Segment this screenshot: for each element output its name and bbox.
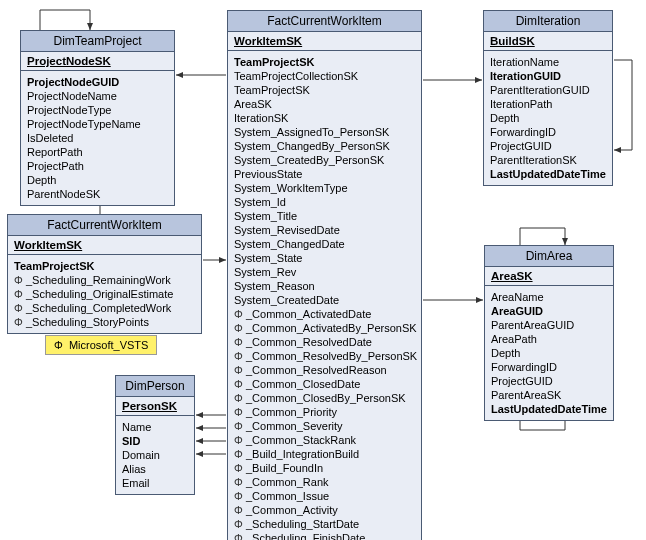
field: System_ChangedDate — [234, 237, 415, 251]
field-name: System_RevisedDate — [234, 224, 340, 236]
field: Alias — [122, 462, 188, 476]
field-name: ParentIterationGUID — [490, 84, 590, 96]
field: Φ_Common_Activity — [234, 503, 415, 517]
field-name: Email — [122, 477, 150, 489]
field-name: Depth — [491, 347, 520, 359]
entity-title: DimTeamProject — [21, 31, 174, 52]
field: Depth — [490, 111, 606, 125]
field: Φ_Common_ActivatedBy_PersonSK — [234, 321, 415, 335]
field-name: System_CreatedBy_PersonSK — [234, 154, 384, 166]
legend-phi: Φ Microsoft_VSTS — [45, 335, 157, 355]
field: ProjectNodeGUID — [27, 75, 168, 89]
phi-icon: Φ — [234, 503, 246, 517]
entity-title: DimPerson — [116, 376, 194, 397]
field: System_Rev — [234, 265, 415, 279]
field-name: ProjectNodeGUID — [27, 76, 119, 88]
field-name: Domain — [122, 449, 160, 461]
field-name: Alias — [122, 463, 146, 475]
field: System_CreatedDate — [234, 293, 415, 307]
field: AreaGUID — [491, 304, 607, 318]
field-name: ParentIterationSK — [490, 154, 577, 166]
field-name: _Common_ResolvedBy_PersonSK — [246, 350, 417, 362]
field: Depth — [27, 173, 168, 187]
field: TeamProjectSK — [14, 259, 195, 273]
field: ProjectNodeName — [27, 89, 168, 103]
field: SID — [122, 434, 188, 448]
entity-dim-iteration: DimIteration BuildSK IterationNameIterat… — [483, 10, 613, 186]
entity-fields: TeamProjectSK Φ_Scheduling_RemainingWork… — [8, 255, 201, 333]
field: ProjectGUID — [490, 139, 606, 153]
phi-icon: Φ — [14, 273, 26, 287]
field-name: TeamProjectCollectionSK — [234, 70, 358, 82]
field-name: ForwardingID — [491, 361, 557, 373]
field-name: _Scheduling_FinishDate — [246, 532, 365, 540]
field: ProjectGUID — [491, 374, 607, 388]
field-name: IterationName — [490, 56, 559, 68]
field-name: _Scheduling_StoryPoints — [26, 316, 149, 328]
field: ForwardingID — [490, 125, 606, 139]
entity-dim-area: DimArea AreaSK AreaNameAreaGUIDParentAre… — [484, 245, 614, 421]
field-name: ParentAreaSK — [491, 389, 561, 401]
entity-dim-team-project: DimTeamProject ProjectNodeSK ProjectNode… — [20, 30, 175, 206]
field-name: _Scheduling_StartDate — [246, 518, 359, 530]
phi-icon: Φ — [234, 391, 246, 405]
phi-icon: Φ — [14, 287, 26, 301]
field-name: System_WorkItemType — [234, 182, 348, 194]
entity-fact-current-workitem-large: FactCurrentWorkItem WorkItemSK TeamProje… — [227, 10, 422, 540]
field-name: System_Title — [234, 210, 297, 222]
field-name: IterationSK — [234, 112, 288, 124]
field: IterationSK — [234, 111, 415, 125]
field-name: _Scheduling_OriginalEstimate — [26, 288, 173, 300]
entity-pk: ProjectNodeSK — [21, 52, 174, 71]
field: System_RevisedDate — [234, 223, 415, 237]
field: System_ChangedBy_PersonSK — [234, 139, 415, 153]
field-name: _Common_ResolvedReason — [246, 364, 387, 376]
entity-fields: TeamProjectSK TeamProjectCollectionSKTea… — [228, 51, 421, 540]
field-name: IterationGUID — [490, 70, 561, 82]
field-name: System_Reason — [234, 280, 315, 292]
field-name: Depth — [27, 174, 56, 186]
phi-icon: Φ — [234, 419, 246, 433]
field: LastUpdatedDateTime — [490, 167, 606, 181]
field-name: LastUpdatedDateTime — [490, 168, 606, 180]
field: ProjectNodeTypeName — [27, 117, 168, 131]
field-name: SID — [122, 435, 140, 447]
field: Φ_Common_Issue — [234, 489, 415, 503]
field: Φ_Common_Priority — [234, 405, 415, 419]
field-name: AreaSK — [234, 98, 272, 110]
phi-icon: Φ — [234, 461, 246, 475]
field: Φ_Common_ClosedBy_PersonSK — [234, 391, 415, 405]
field: Φ_Common_ResolvedReason — [234, 363, 415, 377]
entity-fields: NameSIDDomainAliasEmail — [116, 416, 194, 494]
field: Φ_Scheduling_StoryPoints — [14, 315, 195, 329]
field-name: _Build_IntegrationBuild — [246, 448, 359, 460]
field-name: Name — [122, 421, 151, 433]
entity-fields: ProjectNodeGUIDProjectNodeNameProjectNod… — [21, 71, 174, 205]
field-name: TeamProjectSK — [234, 84, 310, 96]
phi-icon: Φ — [234, 531, 246, 540]
field: Φ_Build_FoundIn — [234, 461, 415, 475]
field: ProjectNodeType — [27, 103, 168, 117]
entity-title: DimIteration — [484, 11, 612, 32]
field-name: ProjectGUID — [491, 375, 553, 387]
field-name: AreaName — [491, 291, 544, 303]
phi-icon: Φ — [234, 489, 246, 503]
entity-pk: WorkItemSK — [8, 236, 201, 255]
field-name: System_Rev — [234, 266, 296, 278]
field: Φ_Common_Rank — [234, 475, 415, 489]
field-name: System_State — [234, 252, 302, 264]
field-name: _Common_ResolvedDate — [246, 336, 372, 348]
field: Φ_Common_Severity — [234, 419, 415, 433]
field: Φ_Common_ActivatedDate — [234, 307, 415, 321]
field-name: _Common_StackRank — [246, 434, 356, 446]
field-name: LastUpdatedDateTime — [491, 403, 607, 415]
field: Depth — [491, 346, 607, 360]
field-name: ParentNodeSK — [27, 188, 100, 200]
field-name: _Scheduling_CompletedWork — [26, 302, 171, 314]
entity-dim-person: DimPerson PersonSK NameSIDDomainAliasEma… — [115, 375, 195, 495]
field: ProjectPath — [27, 159, 168, 173]
entity-title: DimArea — [485, 246, 613, 267]
phi-icon: Φ — [234, 321, 246, 335]
field-name: ProjectPath — [27, 160, 84, 172]
field: Domain — [122, 448, 188, 462]
